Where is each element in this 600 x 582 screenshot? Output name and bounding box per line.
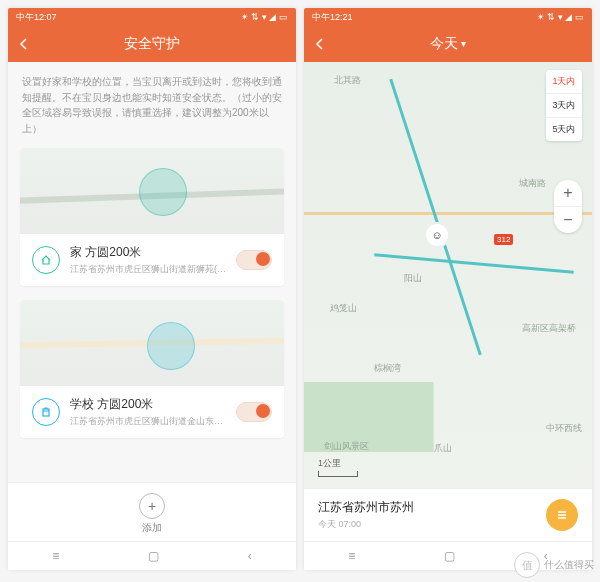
status-icons: ✴ ⇅ ▾ ◢ ▭	[241, 12, 288, 22]
nav-recent-icon[interactable]: ≡	[348, 549, 355, 563]
svg-rect-0	[43, 409, 49, 416]
description-text: 设置好家和学校的位置，当宝贝离开或到达时，您将收到通知提醒。不在宝贝身边也能实时…	[8, 62, 296, 148]
map-label: 城南路	[519, 177, 546, 190]
zone-address: 江苏省苏州市虎丘区狮山街道新狮苑(西区)...	[70, 263, 226, 276]
chevron-down-icon: ▾	[461, 38, 466, 49]
page-title[interactable]: 今天▾	[430, 35, 466, 53]
range-option-1d[interactable]: 1天内	[546, 70, 582, 94]
zone-title: 家 方圆200米	[70, 244, 226, 261]
watermark-icon: 值	[514, 552, 540, 578]
home-icon	[32, 246, 60, 274]
location-marker[interactable]: ☺	[424, 222, 450, 248]
map-scale: 1公里	[318, 457, 358, 477]
phone-safety-guard: 中午12:07 ✴ ⇅ ▾ ◢ ▭ 安全守护 设置好家和学校的位置，当宝贝离开或…	[8, 8, 296, 570]
header: 安全守护	[8, 26, 296, 62]
status-time: 中午12:07	[16, 11, 57, 24]
zone-map-preview	[20, 300, 284, 386]
location-title: 江苏省苏州市苏州	[318, 499, 546, 516]
zone-card-home[interactable]: 家 方圆200米 江苏省苏州市虎丘区狮山街道新狮苑(西区)...	[20, 148, 284, 286]
map-label: 阳山	[404, 272, 422, 285]
zone-card-school[interactable]: 学校 方圆200米 江苏省苏州市虎丘区狮山街道金山东路72号...	[20, 300, 284, 438]
system-navbar: ≡ ▢ ‹	[8, 541, 296, 570]
map-label: 北其路	[334, 74, 361, 87]
map-label: 棕榈湾	[374, 362, 401, 375]
map-area[interactable]: 北其路 城南路 鸡笼山 阳山 棕榈湾 高新区高架桥 爪山 中环西线 剑山风景区 …	[304, 62, 592, 541]
add-zone[interactable]: + 添加	[8, 482, 296, 541]
zone-toggle[interactable]	[236, 402, 272, 422]
content: 设置好家和学校的位置，当宝贝离开或到达时，您将收到通知提醒。不在宝贝身边也能实时…	[8, 62, 296, 541]
location-card[interactable]: 江苏省苏州市苏州 今天 07:00	[304, 488, 592, 541]
zoom-out-button[interactable]: −	[554, 207, 582, 233]
zone-title: 学校 方圆200米	[70, 396, 226, 413]
back-button[interactable]	[312, 36, 328, 52]
nav-home-icon[interactable]: ▢	[148, 549, 159, 563]
zone-map-preview	[20, 148, 284, 234]
zoom-control: + −	[554, 180, 582, 233]
route-badge: 312	[494, 234, 513, 245]
map-label: 鸡笼山	[330, 302, 357, 315]
map-label: 高新区高架桥	[522, 322, 576, 335]
school-icon	[32, 398, 60, 426]
range-option-5d[interactable]: 5天内	[546, 118, 582, 141]
phone-track-today: 中午12:21 ✴ ⇅ ▾ ◢ ▭ 今天▾ 北其路 城南路 鸡笼山 阳山 棕榈湾…	[304, 8, 592, 570]
map-label: 剑山风景区	[324, 440, 369, 453]
status-bar: 中午12:07 ✴ ⇅ ▾ ◢ ▭	[8, 8, 296, 26]
map-label: 爪山	[434, 442, 452, 455]
add-label: 添加	[142, 521, 162, 535]
location-time: 今天 07:00	[318, 518, 546, 531]
zoom-in-button[interactable]: +	[554, 180, 582, 207]
status-icons: ✴ ⇅ ▾ ◢ ▭	[537, 12, 584, 22]
status-time: 中午12:21	[312, 11, 353, 24]
back-button[interactable]	[16, 36, 32, 52]
watermark: 值 什么值得买	[514, 552, 594, 578]
list-fab[interactable]	[546, 499, 578, 531]
map-label: 中环西线	[546, 422, 582, 435]
range-option-3d[interactable]: 3天内	[546, 94, 582, 118]
watermark-text: 什么值得买	[544, 558, 594, 572]
zone-address: 江苏省苏州市虎丘区狮山街道金山东路72号...	[70, 415, 226, 428]
header: 今天▾	[304, 26, 592, 62]
time-range-selector: 1天内 3天内 5天内	[546, 70, 582, 141]
plus-icon: +	[139, 493, 165, 519]
page-title: 安全守护	[124, 35, 180, 53]
nav-back-icon[interactable]: ‹	[248, 549, 252, 563]
zone-toggle[interactable]	[236, 250, 272, 270]
nav-recent-icon[interactable]: ≡	[52, 549, 59, 563]
status-bar: 中午12:21 ✴ ⇅ ▾ ◢ ▭	[304, 8, 592, 26]
nav-home-icon[interactable]: ▢	[444, 549, 455, 563]
